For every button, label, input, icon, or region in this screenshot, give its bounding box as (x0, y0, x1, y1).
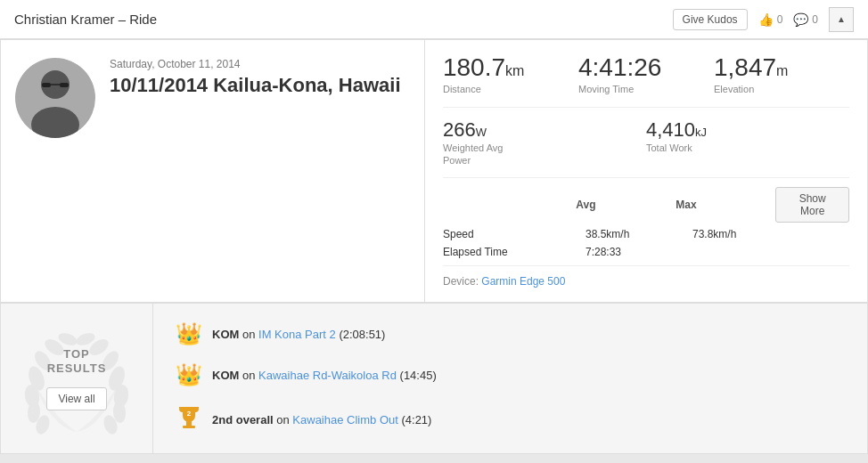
avatar (15, 58, 95, 138)
kom-crown-icon-2: 👑 (175, 362, 203, 387)
speed-label: Speed (443, 228, 585, 240)
svg-rect-20 (186, 421, 192, 426)
results-list: 👑 KOM on IM Kona Part 2 (2:08:51) 👑 KOM … (152, 304, 867, 453)
power-stat: 266W Weighted Avg Power (443, 118, 646, 167)
avg-header: Avg (576, 199, 676, 211)
result-rank-3: 2nd overall (212, 413, 274, 426)
moving-time-label: Moving Time (578, 84, 714, 94)
result-time-2: (14:45) (400, 369, 437, 382)
page-title: Christian Kramer – Ride (14, 12, 157, 27)
activity-panel: Saturday, October 11, 2014 10/11/2014 Ka… (1, 40, 425, 302)
distance-stat: 180.7km Distance (443, 54, 578, 94)
result-item-3: 2 2nd overall on Kawaihae Climb Out (4:2… (175, 403, 846, 435)
max-header: Max (676, 199, 775, 211)
comment-count: 0 (812, 13, 818, 26)
device-name-link[interactable]: Garmin Edge 500 (481, 275, 565, 288)
view-all-button[interactable]: View all (46, 387, 106, 410)
elevation-label: Elevation (714, 84, 849, 94)
result-text-3: 2nd overall on Kawaihae Climb Out (4:21) (212, 413, 431, 426)
comment-icon: 💬 (793, 12, 808, 27)
svg-rect-21 (183, 426, 195, 428)
top-results-panel: TOP RESULTS View all (1, 304, 152, 453)
result-text-1: KOM on IM Kona Part 2 (2:08:51) (212, 328, 385, 341)
device-info: Device: Garmin Edge 500 (443, 266, 849, 288)
svg-rect-3 (42, 83, 51, 87)
result-text-2: KOM on Kawaihae Rd-Waikoloa Rd (14:45) (212, 369, 437, 382)
stats-table-header: Avg Max Show More (443, 187, 849, 223)
result-rank-2: KOM (212, 369, 239, 382)
elapsed-row: Elapsed Time 7:28:33 (443, 246, 849, 258)
avatar-image (15, 58, 95, 138)
speed-row: Speed 38.5km/h 73.8km/h (443, 228, 849, 240)
stats-table: Avg Max Show More Speed 38.5km/h 73.8km/… (443, 178, 849, 266)
power-label: Weighted Avg Power (443, 142, 646, 167)
give-kudos-button[interactable]: Give Kudos (673, 9, 748, 30)
activity-info: Saturday, October 11, 2014 10/11/2014 Ka… (110, 58, 406, 284)
work-label: Total Work (646, 142, 849, 154)
second-place-icon: 2 (175, 403, 203, 435)
page-header: Christian Kramer – Ride Give Kudos 👍 0 💬… (0, 0, 868, 39)
stats-panel: 180.7km Distance 4:41:26 Moving Time 1,8… (425, 40, 867, 302)
distance-value: 180.7km (443, 54, 578, 82)
activity-date: Saturday, October 11, 2014 (110, 58, 406, 70)
bottom-section: TOP RESULTS View all 👑 KOM on IM Kona Pa… (0, 303, 868, 454)
work-stat: 4,410kJ Total Work (646, 118, 849, 167)
expand-button[interactable]: ▲ (829, 7, 854, 32)
activity-title: 10/11/2014 Kailua-Kona, Hawaii (110, 74, 406, 97)
top-results-label: TOP RESULTS (47, 347, 107, 378)
elevation-stat: 1,847m Elevation (714, 54, 849, 94)
show-more-button[interactable]: Show More (775, 187, 849, 223)
trophy-icon: 2 (176, 403, 202, 430)
moving-time-value: 4:41:26 (578, 54, 714, 82)
result-rank-1: KOM (212, 328, 239, 341)
result-segment-link-2[interactable]: Kawaihae Rd-Waikoloa Rd (258, 369, 397, 382)
distance-label: Distance (443, 84, 578, 94)
elapsed-label: Elapsed Time (443, 246, 585, 258)
kudos-count-group: 👍 0 (758, 12, 783, 27)
power-value: 266W (443, 118, 646, 142)
kom-crown-icon-1: 👑 (175, 321, 203, 346)
stats-top-row: 180.7km Distance 4:41:26 Moving Time 1,8… (443, 54, 849, 108)
result-item-1: 👑 KOM on IM Kona Part 2 (2:08:51) (175, 321, 846, 346)
main-content: Saturday, October 11, 2014 10/11/2014 Ka… (0, 39, 868, 303)
device-prefix: Device: (443, 275, 479, 288)
laurel-wreath-icon (14, 316, 139, 441)
result-time-3: (4:21) (401, 413, 431, 426)
stats-middle-row: 266W Weighted Avg Power 4,410kJ Total Wo… (443, 108, 849, 179)
header-actions: Give Kudos 👍 0 💬 0 ▲ (673, 7, 854, 32)
result-segment-link-1[interactable]: IM Kona Part 2 (258, 328, 336, 341)
thumbs-up-icon: 👍 (758, 12, 774, 27)
avatar-container (15, 58, 95, 284)
moving-time-stat: 4:41:26 Moving Time (578, 54, 714, 94)
svg-text:2: 2 (187, 410, 192, 418)
result-segment-link-3[interactable]: Kawaihae Climb Out (292, 413, 398, 426)
result-time-1: (2:08:51) (339, 328, 385, 341)
svg-rect-4 (60, 83, 69, 87)
elevation-value: 1,847m (714, 54, 849, 82)
work-value: 4,410kJ (646, 118, 849, 142)
result-item-2: 👑 KOM on Kawaihae Rd-Waikoloa Rd (14:45) (175, 362, 846, 387)
kudos-count: 0 (777, 13, 783, 26)
speed-avg: 38.5km/h (585, 228, 692, 240)
elapsed-value: 7:28:33 (585, 246, 692, 258)
comment-count-group: 💬 0 (793, 12, 818, 27)
speed-max: 73.8km/h (692, 228, 799, 240)
